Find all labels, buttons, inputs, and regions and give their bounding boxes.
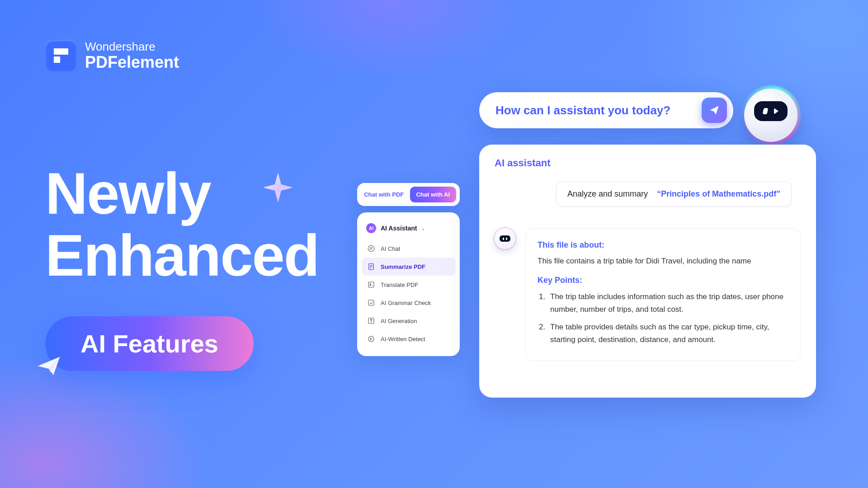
ai-feature-menu: AI AI Assistant ⌄ AI Chat Summarize PDF …	[357, 212, 460, 356]
keypoint-item: The trip table includes information such…	[547, 291, 788, 316]
menu-item-ai-generation[interactable]: AI Generation	[362, 312, 455, 330]
generation-icon	[367, 317, 375, 325]
menu-item-ai-written-detect[interactable]: AI-Written Detect	[362, 330, 455, 348]
product-label: PDFelement	[85, 53, 179, 71]
menu-header-label: AI Assistant	[381, 225, 417, 232]
about-heading: This file is about:	[538, 239, 788, 252]
grammar-icon	[367, 299, 375, 307]
query-chip: Analyze and summary “Principles of Mathe…	[556, 182, 792, 206]
query-filename: “Principles of Mathematics.pdf”	[657, 189, 780, 198]
keypoints-heading: Key Points:	[538, 274, 788, 287]
tab-chat-with-ai[interactable]: Chat with AI	[410, 187, 457, 202]
send-button[interactable]	[702, 98, 727, 123]
menu-item-summarize-pdf[interactable]: Summarize PDF	[362, 258, 455, 276]
headline-line2: Enhanced	[45, 225, 319, 286]
assistant-panel-title: AI assistant	[495, 157, 801, 169]
prompt-placeholder: How can I assistant you today?	[495, 103, 670, 117]
svg-rect-1	[54, 56, 60, 63]
detect-icon	[367, 335, 375, 343]
menu-item-label: Summarize PDF	[381, 263, 425, 270]
menu-item-label: Translate PDF	[381, 282, 418, 288]
assistant-answer-card: This file is about: This file contains a…	[525, 228, 801, 361]
menu-item-ai-chat[interactable]: AI Chat	[362, 239, 455, 258]
ai-badge-icon: AI	[366, 223, 376, 233]
chat-icon	[367, 244, 375, 253]
pdfelement-logo-icon	[45, 40, 77, 71]
paper-plane-icon	[35, 352, 62, 381]
app-logo: Wondershare PDFelement	[45, 40, 179, 71]
assistant-avatar-icon	[495, 228, 515, 249]
query-prefix: Analyze and summary	[567, 189, 648, 198]
svg-rect-4	[368, 282, 374, 287]
chevron-down-icon: ⌄	[421, 226, 425, 231]
sparkle-icon	[262, 172, 294, 205]
paper-plane-icon	[708, 104, 720, 116]
prompt-bar[interactable]: How can I assistant you today?	[479, 92, 733, 128]
ai-features-pill: AI Features	[45, 316, 254, 371]
assistant-panel: AI assistant Analyze and summary “Princi…	[479, 145, 816, 398]
brand-label: Wondershare	[85, 40, 179, 53]
keypoints-list: The trip table includes information such…	[538, 291, 788, 346]
svg-rect-0	[54, 48, 68, 55]
menu-item-label: AI-Written Detect	[381, 336, 425, 343]
menu-header[interactable]: AI AI Assistant ⌄	[362, 221, 455, 239]
summary-icon	[367, 263, 375, 271]
svg-rect-5	[368, 300, 374, 305]
menu-item-grammar-check[interactable]: AI Grammar Check	[362, 294, 455, 312]
chat-mode-tabs: Chat with PDF Chat with AI	[357, 183, 460, 206]
about-body: This file contains a trip table for Didi…	[538, 255, 788, 267]
tab-chat-with-pdf[interactable]: Chat with PDF	[361, 187, 407, 202]
menu-item-label: AI Grammar Check	[381, 300, 431, 306]
menu-item-label: AI Generation	[381, 318, 417, 324]
menu-item-label: AI Chat	[381, 245, 400, 252]
menu-item-translate-pdf[interactable]: Translate PDF	[362, 276, 455, 294]
translate-icon	[367, 281, 375, 289]
keypoint-item: The table provides details such as the c…	[547, 321, 788, 346]
robot-mascot	[741, 86, 800, 145]
